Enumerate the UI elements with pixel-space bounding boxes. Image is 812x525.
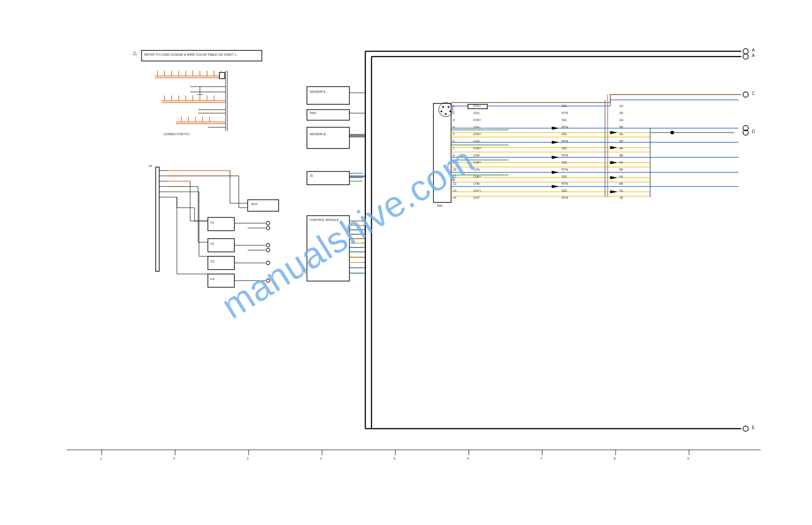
footer-tick-3: 3 bbox=[247, 457, 249, 460]
harness-row-5-bus: 6 bbox=[453, 140, 455, 143]
harness-row-12-r: 7A bbox=[619, 189, 623, 192]
harness-row-9-bus: 10 bbox=[453, 168, 456, 171]
harness-row-10-m: SIG bbox=[562, 175, 567, 178]
harness-row-8-bus: 9 bbox=[453, 161, 455, 164]
harness-row-4-l: CH3+ bbox=[473, 133, 481, 136]
harness-row-4-r: 3A bbox=[619, 133, 623, 136]
harness-row-4-bus: 5 bbox=[453, 133, 455, 136]
svg-rect-60 bbox=[219, 72, 225, 79]
harness-row-3-l: CH2- bbox=[473, 126, 480, 129]
box-sensor-b: SENSOR B bbox=[310, 133, 326, 136]
svg-point-105 bbox=[266, 261, 270, 265]
harness-row-9-m: RTN bbox=[562, 168, 568, 171]
svg-rect-99 bbox=[208, 274, 234, 287]
footer-tick-9: 9 bbox=[687, 457, 689, 460]
harness-row-9-r: 5B bbox=[619, 168, 623, 171]
harness-row-13-bus: 14 bbox=[453, 196, 456, 199]
harness-row-4-m: SIG bbox=[562, 133, 567, 136]
footer-tick-2: 2 bbox=[173, 457, 175, 460]
harness-row-5-m: RTN bbox=[562, 140, 568, 143]
svg-rect-28 bbox=[307, 127, 349, 148]
harness-row-0-l: CH1+ bbox=[473, 104, 481, 107]
connector-p17 bbox=[155, 71, 227, 131]
harness-row-8-r: 5A bbox=[619, 161, 623, 164]
svg-point-118 bbox=[449, 110, 451, 112]
svg-point-111 bbox=[266, 248, 270, 252]
busnode-a1: A bbox=[752, 48, 755, 53]
svg-point-109 bbox=[266, 226, 270, 230]
header-note: REFER TO CODE LEGEND & WIRE COLOR TABLE … bbox=[144, 53, 259, 56]
harness-row-12-bus: 13 bbox=[453, 189, 456, 192]
harness-row-3-r: 2B bbox=[619, 126, 623, 129]
svg-rect-113 bbox=[433, 103, 451, 202]
harness-row-1-r: 1B bbox=[619, 111, 623, 114]
harness-row-0-r: 1A bbox=[619, 104, 623, 107]
harness-row-1-l: CH1- bbox=[473, 111, 480, 114]
harness-row-11-r: 6B bbox=[619, 182, 623, 185]
aux-box-label: AUX bbox=[251, 202, 257, 205]
svg-point-116 bbox=[448, 106, 449, 108]
svg-point-115 bbox=[442, 106, 444, 108]
box-j5: J5 bbox=[310, 174, 313, 177]
harness-row-11-bus: 12 bbox=[453, 182, 456, 185]
box-ctrl-module: CONTROL MODULE bbox=[310, 218, 347, 221]
harness-row-10-l: CH6+ bbox=[473, 175, 481, 178]
harness-row-10-bus: 11 bbox=[453, 175, 456, 178]
svg-point-107 bbox=[266, 279, 270, 282]
footer-tick-6: 6 bbox=[467, 457, 469, 460]
footer-tick-8: 8 bbox=[614, 457, 616, 460]
harness-row-0-bus: 1 bbox=[453, 104, 455, 107]
svg-rect-97 bbox=[208, 239, 234, 252]
schematic-canvas bbox=[0, 0, 812, 525]
harness-row-5-r: 3B bbox=[619, 140, 623, 143]
harness-row-6-r: 4A bbox=[619, 147, 623, 150]
relay-k4: K4 bbox=[211, 278, 214, 281]
busnode-a2: A bbox=[752, 53, 755, 58]
svg-point-150 bbox=[670, 131, 674, 134]
footer-tick-1: 1 bbox=[100, 457, 102, 460]
harness-row-3-m: RTN bbox=[562, 126, 568, 129]
harness-row-3-bus: 4 bbox=[453, 126, 455, 129]
harness-row-2-m: SIG bbox=[562, 118, 567, 122]
svg-rect-96 bbox=[208, 217, 234, 231]
harness-row-6-l: CH4+ bbox=[473, 147, 481, 150]
svg-rect-112 bbox=[248, 200, 279, 211]
svg-rect-26 bbox=[307, 87, 349, 104]
svg-rect-30 bbox=[307, 216, 349, 281]
footer-tick-7: 7 bbox=[540, 457, 542, 460]
harness-row-2-l: CH2+ bbox=[473, 118, 481, 122]
harness-row-1-m: RTN bbox=[562, 111, 568, 114]
box-sensor-a: SENSOR A bbox=[310, 90, 326, 93]
connector-p17-name: CONNECTOR P17 bbox=[164, 133, 190, 136]
svg-point-103 bbox=[266, 243, 270, 247]
harness-row-8-m: SIG bbox=[562, 161, 567, 164]
harness-row-12-l: CH7+ bbox=[473, 189, 481, 192]
harness-row-7-bus: 8 bbox=[453, 154, 455, 157]
svg-point-12 bbox=[743, 54, 748, 59]
din-label: DIN bbox=[437, 204, 442, 207]
harness-row-13-r: 7B bbox=[619, 196, 623, 199]
harness-row-1-bus: 2 bbox=[453, 111, 455, 114]
harness-row-13-l: CH7- bbox=[473, 196, 480, 199]
warning-icon: △ bbox=[133, 49, 137, 56]
connector-j4-name: J4 bbox=[149, 164, 152, 167]
harness-row-5-l: CH3- bbox=[473, 140, 480, 143]
harness-row-7-m: RTN bbox=[562, 154, 568, 157]
busnode-d: D bbox=[752, 129, 755, 134]
svg-point-143 bbox=[743, 92, 748, 97]
svg-point-101 bbox=[266, 221, 270, 225]
harness-row-2-r: 2A bbox=[619, 118, 623, 122]
svg-rect-98 bbox=[208, 256, 234, 270]
footer-tick-4: 4 bbox=[320, 457, 322, 460]
harness-row-11-l: CH6- bbox=[473, 182, 480, 185]
harness-row-2-bus: 3 bbox=[453, 118, 455, 122]
harness-row-8-l: CH5+ bbox=[473, 161, 481, 164]
harness-row-13-m: RTN bbox=[562, 196, 568, 199]
relay-k1: K1 bbox=[211, 221, 214, 224]
harness-row-7-r: 4B bbox=[619, 154, 623, 157]
relay-bank bbox=[208, 217, 270, 287]
svg-point-13 bbox=[743, 426, 748, 431]
box-sw1: SW1 bbox=[310, 111, 316, 114]
footer-tick-5: 5 bbox=[394, 457, 395, 460]
svg-rect-29 bbox=[307, 171, 349, 185]
